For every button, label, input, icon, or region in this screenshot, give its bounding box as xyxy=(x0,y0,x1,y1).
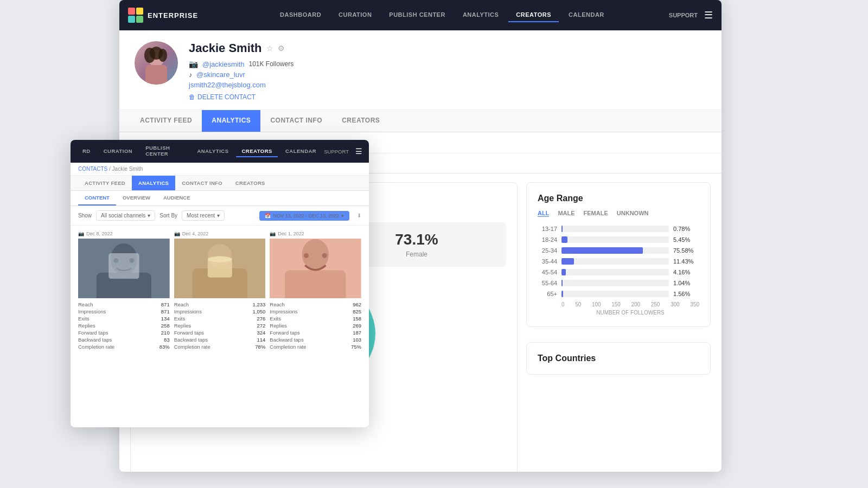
tiktok-icon: ♪ xyxy=(189,71,192,79)
tab-creators[interactable]: CREATORS xyxy=(332,110,390,132)
card-2-date: 📷 Dec 4, 2022 xyxy=(174,231,266,236)
front-nav-calendar[interactable]: CALENDAR xyxy=(280,146,322,157)
tab-activity-feed[interactable]: ACTIVITY FEED xyxy=(130,110,202,132)
trash-icon: 🗑 xyxy=(189,93,195,101)
bar-35-44 xyxy=(561,258,574,265)
insta-icon-1: 📷 xyxy=(78,231,84,236)
hamburger-icon[interactable]: ☰ xyxy=(704,9,713,21)
countries-title: Top Countries xyxy=(538,354,699,363)
svg-rect-2 xyxy=(128,16,135,23)
svg-point-25 xyxy=(304,253,309,258)
bar-13-17 xyxy=(561,226,563,232)
content-card-1: 📷 Dec 8, 2022 Reach 871 xyxy=(78,231,170,351)
age-row-25-34: 25-34 75.58% xyxy=(538,247,699,254)
card-2-replies: Replies 272 xyxy=(174,323,266,329)
show-label: Show xyxy=(78,213,92,219)
front-hamburger[interactable]: ☰ xyxy=(355,147,362,156)
insta-icon-2: 📷 xyxy=(174,231,180,236)
tab-contact-info[interactable]: CONTACT INFO xyxy=(260,110,332,132)
front-sub-audience[interactable]: AUDIENCE xyxy=(157,191,197,206)
card-1-img xyxy=(78,239,170,298)
age-filter-row: ALL MALE FEMALE UNKNOWN xyxy=(538,210,699,217)
svg-point-15 xyxy=(113,258,118,263)
sort-select[interactable]: Most recent ▾ xyxy=(182,210,225,221)
card-3-img xyxy=(270,239,361,298)
nav-publish[interactable]: PUBLISH CENTER xyxy=(381,8,453,22)
card-3-forward: Forward taps 187 xyxy=(270,330,361,336)
front-nav: RD CURATION PUBLISH CENTER ANALYTICS CRE… xyxy=(71,140,369,163)
nav-dashboard[interactable]: DASHBOARD xyxy=(272,8,329,22)
front-breadcrumb-contacts[interactable]: CONTACTS xyxy=(78,166,107,172)
front-nav-analytics[interactable]: ANALYTICS xyxy=(192,146,234,157)
card-2-forward: Forward taps 324 xyxy=(174,330,266,336)
filter-female[interactable]: FEMALE xyxy=(584,210,608,217)
profile-info: Jackie Smith ☆ ⚙ 📷 @jackiesmith 101K Fol… xyxy=(189,41,706,101)
tiktok-row: ♪ @skincare_luvr xyxy=(189,70,706,79)
tiktok-link[interactable]: @skincare_luvr xyxy=(196,70,245,79)
card-1-backward: Backward taps 83 xyxy=(78,337,170,343)
instagram-link[interactable]: @jackiesmith xyxy=(202,60,245,68)
age-row-35-44: 35-44 11.43% xyxy=(538,258,699,265)
email-link[interactable]: jsmith22@thejsblog.com xyxy=(189,81,706,89)
front-sub-content[interactable]: CONTENT xyxy=(78,191,116,206)
avatar-image xyxy=(135,41,178,85)
age-range-panel: Age Range ALL MALE FEMALE UNKNOWN 13-17 … xyxy=(526,182,711,327)
settings-icon[interactable]: ⚙ xyxy=(278,44,285,53)
bar-65plus xyxy=(561,291,563,297)
star-icon[interactable]: ☆ xyxy=(266,44,273,53)
filter-male[interactable]: MALE xyxy=(558,210,575,217)
delete-contact-button[interactable]: 🗑 DELETE CONTACT xyxy=(189,93,706,101)
followers-count: 101K Followers xyxy=(249,60,294,68)
front-tab-creators[interactable]: CREATORS xyxy=(229,176,272,190)
front-nav-publish[interactable]: PUBLISH CENTER xyxy=(140,143,189,160)
card-3-exits: Exits 158 xyxy=(270,316,361,322)
support-link[interactable]: SUPPORT xyxy=(669,12,698,18)
sort-by-label: Sort By xyxy=(159,213,177,219)
front-tab-contact[interactable]: CONTACT INFO xyxy=(175,176,229,190)
card-3-impressions: Impressions 825 xyxy=(270,309,361,314)
card-2-exits: Exits 276 xyxy=(174,316,266,322)
card-2-img xyxy=(174,239,266,298)
front-breadcrumb: CONTACTS / Jackie Smith xyxy=(71,163,369,176)
channel-value: All social channels xyxy=(101,213,145,219)
download-icon[interactable]: ⬇ xyxy=(357,213,361,219)
card-1-replies: Replies 258 xyxy=(78,323,170,329)
logo[interactable]: ENTERPRISE xyxy=(128,8,198,23)
card-2-backward: Backward taps 114 xyxy=(174,337,266,343)
card-1-exits: Exits 134 xyxy=(78,316,170,322)
date-range-button[interactable]: 📅 NOV 13, 2022 - DEC 13, 2022 ▾ xyxy=(259,211,349,221)
svg-point-26 xyxy=(322,253,327,258)
date-chevron: ▾ xyxy=(341,213,344,219)
front-nav-creators[interactable]: CREATORS xyxy=(236,146,277,157)
bar-18-24 xyxy=(561,236,567,243)
avatar xyxy=(135,41,178,85)
nav-links: DASHBOARD CURATION PUBLISH CENTER ANALYT… xyxy=(215,8,669,22)
date-range-value: NOV 13, 2022 - DEC 13, 2022 xyxy=(273,213,339,219)
front-nav-curation[interactable]: CURATION xyxy=(98,146,138,157)
instagram-icon: 📷 xyxy=(189,60,198,68)
svg-point-10 xyxy=(158,49,167,62)
front-sub-overview[interactable]: OVERVIEW xyxy=(116,191,157,206)
front-nav-rd[interactable]: RD xyxy=(77,146,96,157)
bar-45-54 xyxy=(561,269,566,275)
profile-name-row: Jackie Smith ☆ ⚙ xyxy=(189,41,706,55)
front-support[interactable]: SUPPORT xyxy=(324,149,349,155)
nav-calendar[interactable]: CALENDAR xyxy=(561,8,612,22)
sort-chevron: ▾ xyxy=(217,213,220,219)
front-tab-analytics[interactable]: ANALYTICS xyxy=(132,176,175,190)
card-1-date: 📷 Dec 8, 2022 xyxy=(78,231,170,236)
x-axis: 050100150200250300350 xyxy=(538,301,699,307)
sort-value: Most recent xyxy=(187,213,215,219)
tab-analytics[interactable]: ANALYTICS xyxy=(202,110,260,132)
nav-curation[interactable]: CURATION xyxy=(331,8,379,22)
front-tab-activity[interactable]: ACTIVITY FEED xyxy=(78,176,132,190)
filter-unknown[interactable]: UNKNOWN xyxy=(617,210,649,217)
channel-select[interactable]: All social channels ▾ xyxy=(96,210,155,221)
nav-analytics[interactable]: ANALYTICS xyxy=(455,8,506,22)
svg-rect-7 xyxy=(145,65,167,85)
card-2-reach: Reach 1,233 xyxy=(174,301,266,307)
card-1-completion: Completion rate 83% xyxy=(78,344,170,350)
nav-creators[interactable]: CREATORS xyxy=(508,8,559,22)
filter-all[interactable]: ALL xyxy=(538,210,549,217)
svg-rect-0 xyxy=(128,8,135,15)
